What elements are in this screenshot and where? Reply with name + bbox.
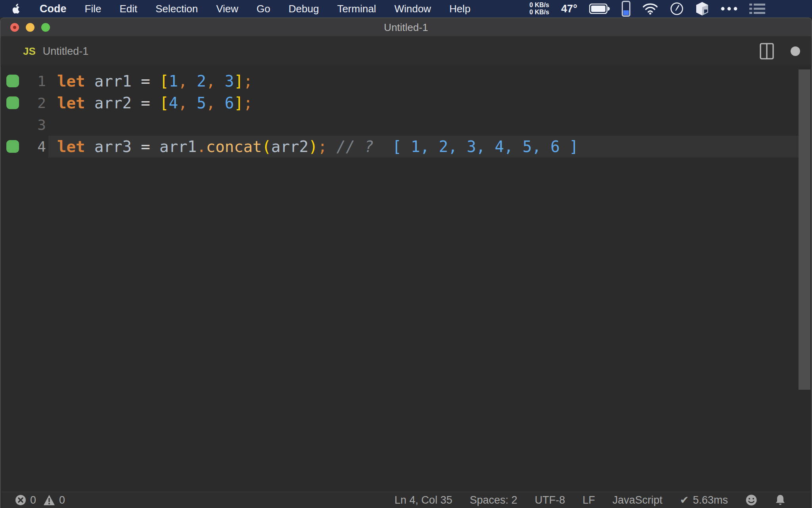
window-title: Untitled-1 [384, 21, 428, 34]
token-pc: , [178, 72, 187, 90]
code-line-2[interactable]: 2let arr2 = [4, 5, 6]; [2, 92, 810, 114]
token-nm: 2 [197, 72, 206, 90]
warning-icon [43, 495, 55, 506]
clock-app-icon[interactable] [670, 2, 684, 15]
check-icon: ✔ [680, 494, 689, 506]
network-down-label: 0 KB/s [529, 9, 549, 16]
minimize-button[interactable] [26, 23, 34, 32]
cursor-position[interactable]: Ln 4, Col 35 [395, 494, 452, 506]
token-vr: arr3 [94, 138, 132, 156]
traffic-lights [10, 23, 50, 32]
token-pl [132, 138, 141, 156]
vscode-window: Untitled-1 JS Untitled-1 1let arr1 = [1,… [0, 17, 812, 508]
token-pl [85, 138, 94, 156]
menu-item-help[interactable]: Help [449, 3, 470, 15]
code-text: let arr3 = arr1.concat(arr2); // ? [ 1, … [57, 136, 578, 158]
temperature-indicator[interactable]: 47° [561, 3, 577, 15]
token-op: = [141, 138, 150, 156]
menu-item-debug[interactable]: Debug [289, 3, 319, 15]
more-status-items-icon[interactable] [721, 7, 737, 11]
token-fn: concat [206, 138, 262, 156]
token-pl [85, 94, 94, 112]
problems-indicator[interactable]: 0 0 [15, 494, 65, 506]
macos-menu-bar: CodeFileEditSelectionViewGoDebugTerminal… [0, 0, 812, 17]
token-op: = [141, 72, 150, 90]
quokka-time: 5.63ms [693, 494, 728, 506]
tab-label: Untitled-1 [43, 45, 89, 58]
token-pc: , [206, 72, 215, 90]
token-op: = [141, 94, 150, 112]
code-line-3[interactable]: 3 [2, 114, 810, 136]
token-cm: // ? [336, 138, 373, 156]
error-icon [15, 495, 26, 506]
menu-item-terminal[interactable]: Terminal [337, 3, 376, 15]
vertical-scrollbar[interactable] [799, 69, 810, 390]
token-pc: ; [318, 138, 327, 156]
battery-icon[interactable] [589, 4, 610, 14]
code-line-1[interactable]: 1let arr1 = [1, 2, 3]; [2, 70, 810, 92]
menu-item-edit[interactable]: Edit [119, 3, 137, 15]
status-left-group: 0 0 [2, 494, 65, 506]
token-br: ) [308, 138, 318, 156]
token-pl [132, 94, 141, 112]
line-number: 2 [2, 92, 46, 114]
encoding-setting[interactable]: UTF-8 [535, 494, 565, 506]
close-button[interactable] [10, 23, 19, 32]
javascript-file-icon: JS [23, 45, 36, 58]
box-app-icon[interactable] [695, 2, 709, 16]
token-pc: , [178, 94, 187, 112]
list-menu-icon[interactable] [749, 3, 765, 15]
editor-tab-bar: JS Untitled-1 [1, 37, 811, 65]
eol-setting[interactable]: LF [582, 494, 595, 506]
token-kw: let [57, 138, 85, 156]
menu-right-group: 0 KB/s 0 KB/s 47° [529, 1, 812, 17]
menu-left-group: CodeFileEditSelectionViewGoDebugTerminal… [0, 3, 471, 15]
token-kw: let [57, 94, 85, 112]
token-pl [150, 138, 159, 156]
language-mode[interactable]: JavaScript [613, 494, 663, 506]
error-count: 0 [30, 494, 36, 506]
token-vr: arr1 [94, 72, 132, 90]
device-battery-icon[interactable] [622, 1, 630, 17]
menu-item-code[interactable]: Code [40, 3, 67, 15]
token-pl [215, 94, 224, 112]
menu-item-window[interactable]: Window [395, 3, 431, 15]
warning-count: 0 [59, 494, 65, 506]
network-speed-indicator[interactable]: 0 KB/s 0 KB/s [529, 2, 549, 16]
token-pl [150, 72, 159, 90]
token-nm: 6 [225, 94, 234, 112]
token-nm: 3 [225, 72, 234, 90]
token-pc: . [197, 138, 206, 156]
modified-indicator-dot[interactable] [791, 46, 800, 56]
menu-item-view[interactable]: View [216, 3, 238, 15]
token-br: ] [234, 72, 243, 90]
token-pl [327, 138, 336, 156]
editor-actions [760, 43, 811, 60]
token-pl [150, 94, 159, 112]
quokka-perf[interactable]: ✔ 5.63ms [680, 494, 728, 506]
window-titlebar[interactable]: Untitled-1 [1, 18, 811, 37]
line-number: 4 [2, 136, 46, 158]
menu-item-go[interactable]: Go [257, 3, 270, 15]
code-text: let arr2 = [4, 5, 6]; [57, 92, 253, 114]
token-br: ] [234, 94, 243, 112]
status-right-group: Ln 4, Col 35 Spaces: 2 UTF-8 LF JavaScri… [395, 494, 810, 506]
indentation-setting[interactable]: Spaces: 2 [470, 494, 517, 506]
split-editor-icon[interactable] [760, 43, 774, 60]
menu-item-file[interactable]: File [85, 3, 102, 15]
apple-menu[interactable] [12, 3, 21, 14]
wifi-icon[interactable] [642, 3, 658, 15]
menu-item-selection[interactable]: Selection [155, 3, 198, 15]
tab-untitled-1[interactable]: JS Untitled-1 [1, 37, 88, 65]
code-editor[interactable]: 1let arr1 = [1, 2, 3];2let arr2 = [4, 5,… [2, 65, 810, 492]
network-up-label: 0 KB/s [529, 2, 549, 9]
token-vr: arr1 [159, 138, 197, 156]
code-line-4[interactable]: 4let arr3 = arr1.concat(arr2); // ? [ 1,… [2, 136, 810, 158]
line-number: 1 [2, 70, 46, 92]
token-nm: 4 [169, 94, 178, 112]
feedback-smiley-icon[interactable] [745, 494, 757, 506]
zoom-button[interactable] [41, 23, 50, 32]
token-kw: let [57, 72, 85, 90]
notifications-bell-icon[interactable] [775, 494, 786, 506]
token-pc: ; [243, 72, 253, 90]
